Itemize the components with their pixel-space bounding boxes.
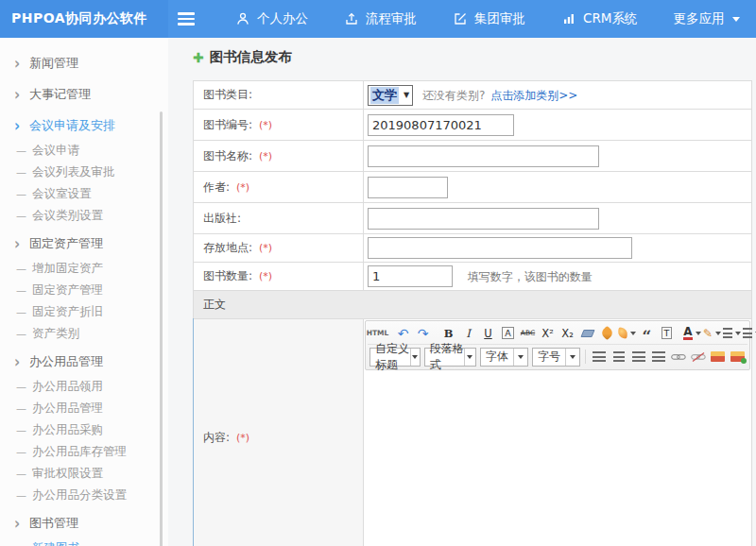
sidebar-item-meeting-list[interactable]: — 会议列表及审批 xyxy=(0,162,168,183)
editor-body[interactable] xyxy=(365,370,750,546)
category-label: 图书类目: xyxy=(203,88,252,101)
required-marker: (*) xyxy=(259,119,272,131)
publisher-input[interactable] xyxy=(368,208,599,230)
user-icon xyxy=(235,11,250,26)
nav-item-label: 更多应用 xyxy=(673,10,724,27)
image-icon[interactable] xyxy=(709,348,727,366)
sidebar-item-label: 办公用品管理 xyxy=(32,401,103,417)
image-upload-icon[interactable] xyxy=(729,348,747,366)
custom-title-select[interactable]: 自定义标题 xyxy=(369,348,421,367)
html-source-icon[interactable]: HTML xyxy=(369,324,387,342)
font-family-select[interactable]: 字体 xyxy=(480,348,528,367)
link-icon[interactable] xyxy=(669,348,687,366)
bar-chart-icon xyxy=(561,11,576,26)
sidebar-scrollbar[interactable] xyxy=(160,111,163,546)
sidebar-group-office-supplies[interactable]: › 办公用品管理 xyxy=(0,348,168,376)
dash-icon: — xyxy=(16,145,32,157)
redo-icon[interactable]: ↷ xyxy=(414,324,432,342)
sidebar-item-approval-permission[interactable]: — 审批权限设置 xyxy=(0,463,168,485)
unlink-icon[interactable] xyxy=(689,348,707,366)
nav-item-label: 集团审批 xyxy=(474,10,525,27)
add-category-link[interactable]: 点击添加类别>> xyxy=(490,89,577,102)
required-marker: (*) xyxy=(236,181,249,194)
ordered-list-icon[interactable] xyxy=(723,324,741,342)
sidebar-item-asset-depreciation[interactable]: — 固定资产折旧 xyxy=(0,301,168,323)
sidebar-item-new-book[interactable]: — 新建图书 xyxy=(0,537,168,546)
superscript-icon[interactable]: X² xyxy=(539,324,557,342)
required-marker: (*) xyxy=(259,270,272,282)
italic-icon[interactable]: I xyxy=(459,324,477,342)
align-justify-icon[interactable] xyxy=(649,348,667,366)
underline-icon[interactable]: U xyxy=(479,324,497,342)
align-left-icon[interactable] xyxy=(590,348,608,366)
chevron-right-icon: › xyxy=(14,514,29,534)
content-row-left-border xyxy=(193,318,194,546)
undo-icon[interactable]: ↶ xyxy=(394,324,412,342)
chevron-right-icon: › xyxy=(14,54,29,74)
category-select[interactable]: 文学 ▼ xyxy=(368,85,413,106)
dash-icon: — xyxy=(16,188,32,200)
sidebar-group-label: 办公用品管理 xyxy=(29,353,103,370)
unordered-list-icon[interactable] xyxy=(743,324,756,342)
location-label: 存放地点: xyxy=(203,241,252,254)
format-brush-icon[interactable] xyxy=(598,324,616,342)
dash-icon: — xyxy=(16,381,32,393)
sidebar-group-events[interactable]: › 大事记管理 xyxy=(0,80,168,109)
nav-item-workflow-approval[interactable]: 流程审批 xyxy=(326,0,435,38)
dash-icon: — xyxy=(16,210,32,222)
sidebar-item-label: 固定资产折旧 xyxy=(32,304,103,320)
bold-icon[interactable]: B xyxy=(439,324,457,342)
sidebar-item-add-asset[interactable]: — 增加固定资产 xyxy=(0,258,168,280)
sidebar-item-supplies-category[interactable]: — 办公用品分类设置 xyxy=(0,485,168,506)
author-input[interactable] xyxy=(368,177,448,198)
nav-item-crm-system[interactable]: CRM系统 xyxy=(543,0,655,38)
sidebar-item-meeting-category[interactable]: — 会议类别设置 xyxy=(0,205,168,227)
book-no-input[interactable] xyxy=(368,114,514,136)
sidebar-group-fixed-assets[interactable]: › 固定资产管理 xyxy=(0,230,168,258)
sidebar-group-label: 固定资产管理 xyxy=(29,235,103,252)
font-color-icon[interactable]: A xyxy=(683,324,701,342)
app-logo: PHPOA协同办公软件 xyxy=(11,10,147,27)
sidebar-group-label: 新闻管理 xyxy=(29,55,78,72)
sidebar-item-supplies-purchase[interactable]: — 办公用品采购 xyxy=(0,419,168,441)
nav-item-personal-office[interactable]: 个人办公 xyxy=(217,0,326,38)
autotypeset-icon[interactable]: A xyxy=(502,327,514,339)
sidebar-item-label: 增加固定资产 xyxy=(32,261,103,277)
nav-item-group-approval[interactable]: 集团审批 xyxy=(435,0,543,38)
chevron-right-icon: › xyxy=(14,85,29,105)
sidebar-item-supplies-claim[interactable]: — 办公用品领用 xyxy=(0,376,168,398)
hamburger-menu-icon[interactable] xyxy=(178,9,195,28)
sidebar-item-meeting-room[interactable]: — 会议室设置 xyxy=(0,183,168,205)
sidebar-item-supplies-manage[interactable]: — 办公用品管理 xyxy=(0,398,168,419)
sidebar-group-books[interactable]: › 图书管理 xyxy=(0,509,168,537)
quantity-input[interactable] xyxy=(368,265,453,287)
nav-item-more-apps[interactable]: 更多应用 xyxy=(655,0,756,38)
quantity-label: 图书数量: xyxy=(203,269,252,282)
sidebar-item-asset-manage[interactable]: — 固定资产管理 xyxy=(0,280,168,301)
blockquote-icon[interactable]: “ xyxy=(638,324,656,342)
upload-arrow-icon xyxy=(344,11,359,26)
align-right-icon[interactable] xyxy=(629,348,647,366)
sidebar-group-meetings[interactable]: › 会议申请及安排 xyxy=(0,111,168,140)
sidebar-item-meeting-apply[interactable]: — 会议申请 xyxy=(0,140,168,162)
paragraph-format-select[interactable]: 段落格式 xyxy=(424,348,476,367)
sidebar-item-asset-category[interactable]: — 资产类别 xyxy=(0,323,168,345)
paste-text-icon[interactable]: T xyxy=(662,327,673,339)
subscript-icon[interactable]: X₂ xyxy=(558,324,576,342)
sidebar-group-label: 大事记管理 xyxy=(29,86,91,103)
align-center-icon[interactable] xyxy=(610,348,627,366)
book-name-input[interactable] xyxy=(368,145,599,167)
sidebar-item-label: 审批权限设置 xyxy=(32,466,103,482)
sidebar-group-label: 会议申请及安排 xyxy=(29,117,115,134)
dash-icon: — xyxy=(16,424,32,436)
strikethrough-icon[interactable]: ABC xyxy=(519,324,537,342)
sidebar-item-label: 会议室设置 xyxy=(32,186,92,202)
sidebar-group-news[interactable]: › 新闻管理 xyxy=(0,49,168,77)
location-input[interactable] xyxy=(368,237,632,259)
auto-clean-icon[interactable] xyxy=(618,324,636,342)
eraser-icon[interactable] xyxy=(578,324,596,342)
background-color-icon[interactable]: ✎ xyxy=(703,324,721,342)
sidebar: › 新闻管理 › 大事记管理 › 会议申请及安排 — 会议申请 — 会议列表及审… xyxy=(0,38,168,546)
sidebar-item-supplies-inventory[interactable]: — 办公用品库存管理 xyxy=(0,441,168,463)
font-size-select[interactable]: 字号 xyxy=(532,348,580,367)
